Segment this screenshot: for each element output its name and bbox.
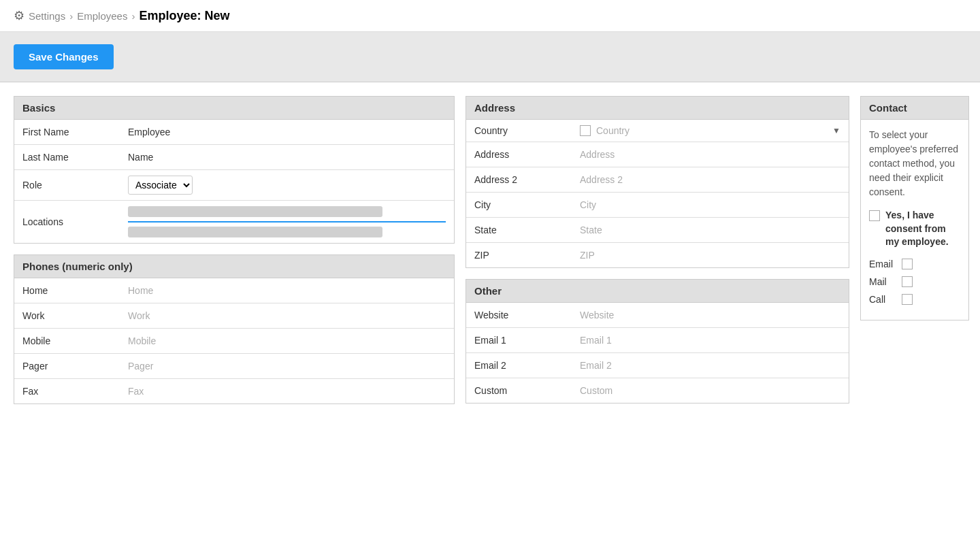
- address-header: Address: [466, 97, 849, 120]
- table-row: Mobile: [14, 329, 454, 354]
- email-option-row: Email: [869, 259, 960, 269]
- table-row: Website: [466, 303, 849, 328]
- contact-header: Contact: [861, 97, 968, 120]
- home-label: Home: [14, 278, 120, 303]
- address2-label: Address 2: [466, 167, 572, 193]
- email1-label: Email 1: [466, 328, 572, 353]
- mobile-cell: [120, 329, 454, 354]
- mobile-input[interactable]: [128, 334, 446, 348]
- address2-input[interactable]: [580, 173, 840, 186]
- consent-checkbox[interactable]: [869, 210, 880, 221]
- table-row: Home: [14, 278, 454, 303]
- state-label: State: [466, 218, 572, 243]
- home-cell: [120, 278, 454, 303]
- location-input-line[interactable]: [128, 221, 446, 223]
- locations-container: [128, 206, 446, 237]
- country-label: Country: [466, 120, 572, 142]
- zip-cell: [572, 243, 849, 268]
- city-cell: [572, 193, 849, 218]
- role-cell: Associate Manager Admin: [120, 170, 454, 201]
- country-checkbox[interactable]: [580, 125, 591, 136]
- contact-description: To select your employee's preferred cont…: [869, 128, 960, 199]
- address-table: Country Country ▼ Addre: [466, 120, 849, 267]
- breadcrumb: Settings › Employees › Employee: New: [29, 9, 229, 23]
- basics-header: Basics: [14, 97, 454, 120]
- fax-cell: [120, 379, 454, 404]
- table-row: Address: [466, 142, 849, 167]
- last-name-label: Last Name: [14, 145, 120, 170]
- table-row: ZIP: [466, 243, 849, 268]
- phones-card: Phones (numeric only) Home Work Mobile: [14, 254, 455, 404]
- table-row: Address 2: [466, 167, 849, 193]
- country-cell: Country ▼: [572, 120, 849, 142]
- state-cell: [572, 218, 849, 243]
- call-option-checkbox[interactable]: [902, 294, 913, 305]
- role-select[interactable]: Associate Manager Admin: [128, 176, 193, 195]
- email2-label: Email 2: [466, 353, 572, 378]
- email-option-label: Email: [869, 259, 896, 269]
- consent-label: Yes, I have consent from my employee.: [885, 209, 960, 249]
- city-input[interactable]: [580, 198, 840, 212]
- phones-header: Phones (numeric only): [14, 255, 454, 278]
- other-card: Other Website Email 1: [466, 279, 849, 403]
- mail-option-checkbox[interactable]: [902, 276, 913, 287]
- table-row: Last Name: [14, 145, 454, 170]
- first-name-input[interactable]: [128, 125, 446, 139]
- other-table: Website Email 1 Email 2: [466, 303, 849, 403]
- other-header: Other: [466, 280, 849, 303]
- pager-cell: [120, 354, 454, 379]
- locations-label: Locations: [14, 201, 120, 244]
- address-label: Address: [466, 142, 572, 167]
- email-option-checkbox[interactable]: [902, 259, 913, 269]
- state-input[interactable]: [580, 223, 840, 237]
- table-row: Custom: [466, 378, 849, 403]
- custom-cell: [572, 378, 849, 403]
- breadcrumb-settings[interactable]: Settings: [29, 10, 65, 22]
- table-row: City: [466, 193, 849, 218]
- zip-input[interactable]: [580, 248, 840, 262]
- role-label: Role: [14, 170, 120, 201]
- location-bar-2: [128, 227, 382, 237]
- first-name-label: First Name: [14, 120, 120, 145]
- table-row: Fax: [14, 379, 454, 404]
- main-content: Basics First Name Last Name Role: [0, 82, 980, 418]
- basics-table: First Name Last Name Role Associate: [14, 120, 454, 243]
- website-label: Website: [466, 303, 572, 328]
- email2-cell: [572, 353, 849, 378]
- address2-cell: [572, 167, 849, 193]
- website-input[interactable]: [580, 308, 840, 322]
- table-row: State: [466, 218, 849, 243]
- table-row: Work: [14, 303, 454, 329]
- home-input[interactable]: [128, 284, 446, 297]
- custom-input[interactable]: [580, 384, 840, 397]
- email1-cell: [572, 328, 849, 353]
- breadcrumb-employees[interactable]: Employees: [77, 10, 127, 22]
- breadcrumb-sep-2: ›: [131, 10, 135, 22]
- breadcrumb-sep-1: ›: [69, 10, 73, 22]
- work-label: Work: [14, 303, 120, 329]
- country-select-wrap[interactable]: Country ▼: [596, 125, 840, 136]
- table-row: Locations: [14, 201, 454, 244]
- email1-input[interactable]: [580, 333, 840, 347]
- consent-row: Yes, I have consent from my employee.: [869, 209, 960, 249]
- pager-label: Pager: [14, 354, 120, 379]
- save-button[interactable]: Save Changes: [14, 44, 114, 69]
- work-input[interactable]: [128, 309, 446, 323]
- gear-icon: ⚙: [14, 8, 24, 23]
- last-name-input[interactable]: [128, 150, 446, 164]
- fax-input[interactable]: [128, 384, 446, 398]
- mail-option-label: Mail: [869, 276, 896, 287]
- address-input[interactable]: [580, 148, 840, 161]
- city-label: City: [466, 193, 572, 218]
- table-row: Email 1: [466, 328, 849, 353]
- email2-input[interactable]: [580, 359, 840, 372]
- section-left: Basics First Name Last Name Role: [14, 96, 455, 404]
- table-row: Role Associate Manager Admin: [14, 170, 454, 201]
- contact-card: Contact To select your employee's prefer…: [860, 96, 969, 320]
- custom-label: Custom: [466, 378, 572, 403]
- fax-label: Fax: [14, 379, 120, 404]
- section-right: Contact To select your employee's prefer…: [860, 96, 969, 320]
- address-card: Address Country Country ▼: [466, 96, 849, 268]
- pager-input[interactable]: [128, 359, 446, 373]
- website-cell: [572, 303, 849, 328]
